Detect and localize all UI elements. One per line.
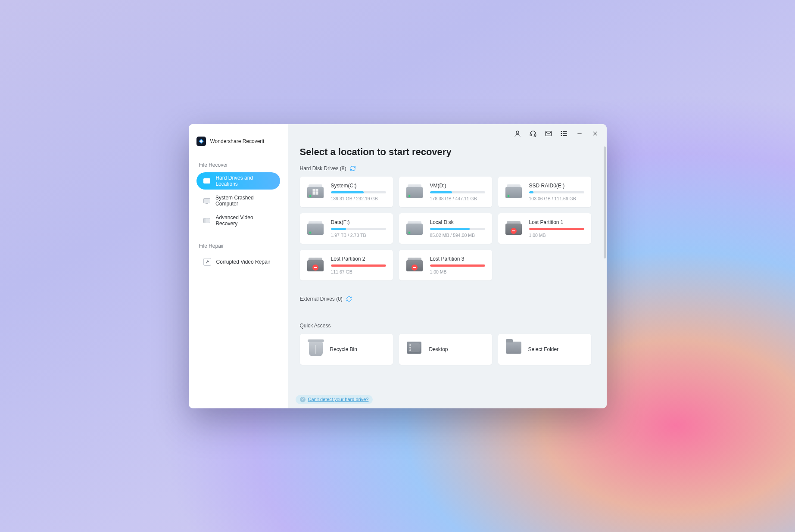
drive-icon: [405, 183, 424, 200]
drive-usage-text: 85.02 MB / 594.00 MB: [430, 233, 485, 238]
sidebar-item-adv-video[interactable]: Advanced Video Recovery: [196, 212, 280, 229]
drive-icon: [203, 178, 211, 184]
app-title: Wondershare Recoverit: [210, 138, 265, 144]
usage-bar: [529, 191, 584, 193]
sidebar-heading: File Recover: [199, 162, 280, 168]
quick-access-grid: Recycle BinDesktopSelect Folder: [300, 334, 591, 365]
usage-bar: [331, 264, 386, 267]
sidebar-item-crashed[interactable]: System Crashed Computer: [196, 192, 280, 209]
section-quick-access-header: Quick Access: [300, 323, 591, 329]
usage-bar: [430, 264, 485, 267]
drive-card[interactable]: SSD RAID0(E:)103.06 GB / 111.66 GB: [498, 177, 591, 207]
quick-access-label: Desktop: [429, 346, 448, 352]
drive-icon: [306, 183, 325, 200]
sidebar-section-recover: File Recover Hard Drives and Locations S…: [189, 151, 288, 229]
drive-name: Lost Partition 2: [331, 256, 386, 262]
page-title: Select a location to start recovery: [300, 146, 591, 158]
drive-usage-text: 1.97 TB / 2.73 TB: [331, 233, 386, 238]
drive-icon: [405, 256, 424, 273]
drive-led-icon: [408, 195, 410, 197]
drive-usage-text: 139.31 GB / 232.19 GB: [331, 196, 386, 201]
quick-access-card-desktop[interactable]: Desktop: [399, 334, 492, 365]
drive-card[interactable]: Lost Partition 2111.67 GB: [300, 250, 393, 280]
quick-access-card-recycle[interactable]: Recycle Bin: [300, 334, 393, 365]
monitor-icon: [203, 198, 211, 204]
section-label: Quick Access: [300, 323, 331, 329]
drive-card[interactable]: System(C:)139.31 GB / 232.19 GB: [300, 177, 393, 207]
sidebar-section-repair: File Repair Corrupted Video Repair: [189, 232, 288, 271]
section-label: Hard Disk Drives (8): [300, 165, 346, 171]
wrench-icon: [203, 259, 211, 265]
help-link-text[interactable]: Can't detect your hard drive?: [308, 397, 369, 402]
quick-access-label: Recycle Bin: [330, 346, 357, 352]
section-hard-drives-header: Hard Disk Drives (8): [300, 165, 591, 171]
drive-card[interactable]: Lost Partition 11.00 MB: [498, 213, 591, 244]
drives-grid: System(C:)139.31 GB / 232.19 GBVM(D:)178…: [300, 177, 591, 280]
drive-usage-text: 1.00 MB: [529, 233, 584, 238]
drive-usage-text: 1.00 MB: [430, 269, 485, 274]
drive-card[interactable]: Lost Partition 31.00 MB: [399, 250, 492, 280]
drive-card[interactable]: Local Disk85.02 MB / 594.00 MB: [399, 213, 492, 244]
lost-badge-icon: [312, 264, 318, 271]
drive-name: Lost Partition 1: [529, 219, 584, 225]
usage-bar: [430, 191, 485, 193]
drive-name: System(C:): [331, 183, 386, 189]
drive-card[interactable]: Data(F:)1.97 TB / 2.73 TB: [300, 213, 393, 244]
sidebar-item-label: Corrupted Video Repair: [216, 259, 271, 265]
drive-icon: [504, 183, 523, 200]
lost-badge-icon: [412, 264, 418, 271]
usage-bar: [331, 228, 386, 230]
sidebar-item-label: System Crashed Computer: [215, 195, 273, 207]
usage-bar: [529, 228, 584, 230]
app-window: Wondershare Recoverit File Recover Hard …: [189, 124, 607, 408]
folder-icon: [506, 342, 522, 357]
section-external-header: External Drives (0): [300, 296, 591, 302]
drive-icon: [405, 219, 424, 236]
usage-bar: [331, 191, 386, 193]
drive-name: VM(D:): [430, 183, 485, 189]
section-label: External Drives (0): [300, 296, 343, 302]
drive-led-icon: [408, 232, 410, 233]
sidebar: Wondershare Recoverit File Recover Hard …: [189, 124, 288, 408]
drive-icon: [306, 256, 325, 273]
drive-name: Data(F:): [331, 219, 386, 225]
sidebar-item-corrupted-video[interactable]: Corrupted Video Repair: [196, 253, 280, 271]
drive-icon: [306, 219, 325, 236]
recycle-bin-icon: [308, 342, 324, 357]
drive-name: Local Disk: [430, 219, 485, 225]
drive-led-icon: [508, 195, 509, 197]
usage-bar: [430, 228, 485, 230]
drive-led-icon: [309, 195, 311, 197]
drive-usage-text: 111.67 GB: [331, 269, 386, 274]
scrollbar-thumb[interactable]: [604, 146, 606, 258]
sidebar-item-hard-drives[interactable]: Hard Drives and Locations: [196, 172, 280, 190]
help-icon: ?: [300, 397, 306, 402]
drive-led-icon: [309, 232, 311, 233]
drive-card[interactable]: VM(D:)178.38 GB / 447.11 GB: [399, 177, 492, 207]
main-scroll[interactable]: Select a location to start recovery Hard…: [288, 124, 603, 408]
lost-badge-icon: [511, 228, 517, 234]
sidebar-heading: File Repair: [199, 243, 280, 249]
refresh-icon[interactable]: [350, 165, 356, 171]
sidebar-item-label: Hard Drives and Locations: [215, 175, 273, 187]
quick-access-label: Select Folder: [528, 346, 559, 352]
drive-usage-text: 178.38 GB / 447.11 GB: [430, 196, 485, 201]
film-icon: [203, 218, 211, 224]
sidebar-item-label: Advanced Video Recovery: [215, 215, 273, 227]
quick-access-card-folder[interactable]: Select Folder: [498, 334, 591, 365]
main-panel: Select a location to start recovery Hard…: [288, 124, 607, 408]
help-detect-link[interactable]: ? Can't detect your hard drive?: [296, 395, 373, 404]
drive-icon: [504, 219, 523, 236]
drive-usage-text: 103.06 GB / 111.66 GB: [529, 196, 584, 201]
desktop-icon: [407, 342, 423, 357]
drive-name: Lost Partition 3: [430, 256, 485, 262]
drive-name: SSD RAID0(E:): [529, 183, 584, 189]
app-logo-icon: [196, 137, 206, 146]
refresh-icon[interactable]: [346, 296, 352, 302]
titlebar: Wondershare Recoverit: [189, 132, 288, 151]
